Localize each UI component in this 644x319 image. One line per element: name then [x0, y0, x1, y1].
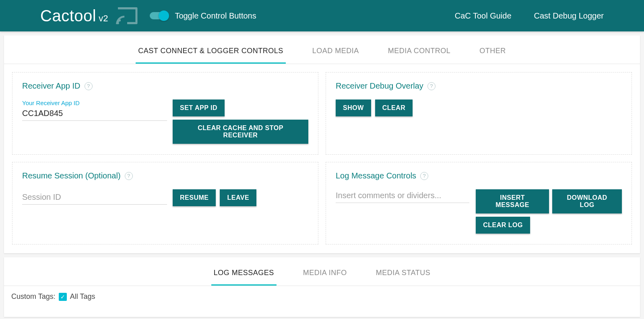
tab-media-control[interactable]: MEDIA CONTROL	[386, 43, 453, 64]
help-icon[interactable]: ?	[420, 172, 428, 180]
lower-tabs: LOG MESSAGES MEDIA INFO MEDIA STATUS	[4, 257, 640, 286]
main-panel: CAST CONNECT & LOGGER CONTROLS LOAD MEDI…	[4, 35, 640, 253]
card-log-controls: Log Message Controls ? INSERT MESSAGE DO…	[326, 162, 632, 244]
card-receiver-app-id: Receiver App ID ? Your Receiver App ID S…	[12, 72, 318, 155]
app-header: Cactool v2 Toggle Control Buttons CaC To…	[0, 0, 644, 31]
title-text: Receiver App ID	[22, 81, 80, 91]
title-text: Log Message Controls	[336, 171, 416, 180]
card-title: Receiver App ID ?	[22, 81, 308, 91]
logo: Cactool v2	[40, 7, 108, 25]
header-links: CaC Tool Guide Cast Debug Logger	[455, 11, 628, 21]
clear-log-button[interactable]: CLEAR LOG	[476, 217, 530, 234]
download-log-button[interactable]: DOWNLOAD LOG	[552, 189, 622, 213]
tab-media-status[interactable]: MEDIA STATUS	[374, 265, 433, 286]
tab-cast-connect[interactable]: CAST CONNECT & LOGGER CONTROLS	[136, 43, 285, 64]
title-text: Resume Session (Optional)	[22, 171, 121, 180]
card-title: Receiver Debug Overlay ?	[336, 81, 622, 91]
main-tabs: CAST CONNECT & LOGGER CONTROLS LOAD MEDI…	[4, 35, 640, 64]
card-title: Resume Session (Optional) ?	[22, 171, 308, 180]
clear-cache-button[interactable]: CLEAR CACHE AND STOP RECEIVER	[173, 120, 308, 144]
title-text: Receiver Debug Overlay	[336, 81, 423, 91]
toggle-control-buttons[interactable]: Toggle Control Buttons	[150, 11, 256, 21]
toggle-label: Toggle Control Buttons	[175, 11, 256, 21]
svg-point-0	[117, 22, 120, 25]
receiver-app-id-input[interactable]	[22, 107, 167, 121]
link-debug-logger[interactable]: Cast Debug Logger	[534, 11, 604, 21]
all-tags-label: All Tags	[70, 292, 95, 301]
all-tags-checkbox[interactable]: ✓	[59, 293, 67, 301]
insert-message-button[interactable]: INSERT MESSAGE	[476, 189, 549, 213]
card-resume-session: Resume Session (Optional) ? RESUME LEAVE	[12, 162, 318, 244]
session-id-input[interactable]	[22, 191, 167, 205]
custom-tags-row: Custom Tags: ✓ All Tags	[4, 286, 640, 317]
tab-log-messages[interactable]: LOG MESSAGES	[211, 265, 277, 286]
card-debug-overlay: Receiver Debug Overlay ? SHOW CLEAR	[326, 72, 632, 155]
card-title: Log Message Controls ?	[336, 171, 622, 180]
tab-load-media[interactable]: LOAD MEDIA	[310, 43, 361, 64]
help-icon[interactable]: ?	[427, 82, 436, 90]
show-overlay-button[interactable]: SHOW	[336, 99, 371, 116]
field-label: Your Receiver App ID	[22, 99, 167, 106]
toggle-switch[interactable]	[150, 12, 167, 19]
link-guide[interactable]: CaC Tool Guide	[455, 11, 512, 21]
clear-overlay-button[interactable]: CLEAR	[375, 99, 413, 116]
cast-icon[interactable]	[116, 6, 138, 25]
leave-button[interactable]: LEAVE	[220, 189, 256, 206]
tab-media-info[interactable]: MEDIA INFO	[301, 265, 349, 286]
cards-area: Receiver App ID ? Your Receiver App ID S…	[4, 64, 640, 253]
resume-button[interactable]: RESUME	[173, 189, 216, 206]
toggle-knob	[159, 10, 169, 21]
logo-version: v2	[99, 13, 108, 24]
set-app-id-button[interactable]: SET APP ID	[173, 99, 225, 116]
custom-tags-label: Custom Tags:	[11, 292, 56, 301]
logo-text: Cactool	[40, 7, 96, 25]
log-message-input[interactable]	[336, 189, 469, 203]
help-icon[interactable]: ?	[85, 82, 93, 90]
lower-panel: LOG MESSAGES MEDIA INFO MEDIA STATUS Cus…	[4, 257, 640, 317]
tab-other[interactable]: OTHER	[477, 43, 508, 64]
help-icon[interactable]: ?	[125, 172, 133, 180]
